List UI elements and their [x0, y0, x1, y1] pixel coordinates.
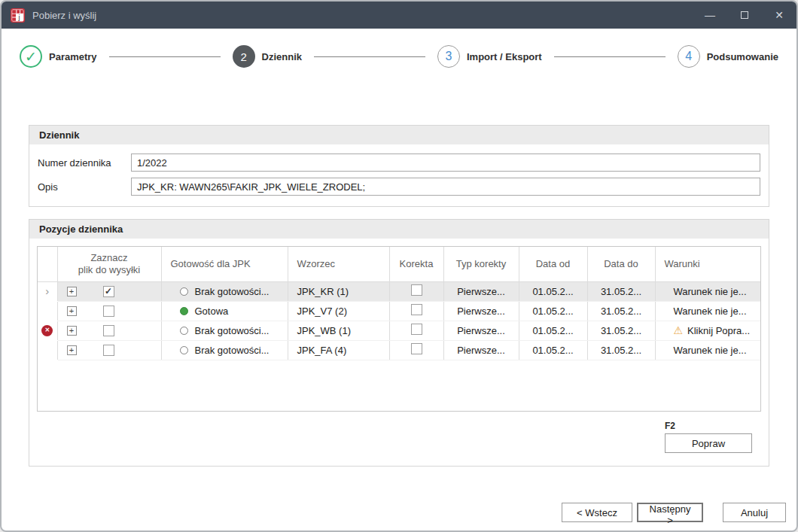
step-number: 4	[678, 45, 700, 68]
table-row[interactable]: › ✕ + ✓ Brak gotowości... JPK_FA (4) ✓ P…	[38, 340, 760, 360]
step-connector	[554, 56, 666, 57]
warunki-value: Warunek nie je...	[674, 345, 747, 356]
data-do-value: 31.05.2...	[601, 345, 641, 356]
window-title: Pobierz i wyślij	[32, 10, 693, 21]
error-icon: ✕	[41, 325, 53, 336]
data-od-value: 01.05.2...	[532, 325, 573, 336]
step-connector	[314, 56, 425, 57]
data-od-value: 01.05.2...	[532, 345, 573, 356]
numer-dziennika-input[interactable]	[131, 154, 760, 172]
typ-korekty-value: Pierwsze...	[457, 325, 505, 336]
status-label: Brak gotowości...	[195, 345, 270, 356]
col-data-od[interactable]: Data od	[519, 247, 587, 281]
col-wzorzec[interactable]: Wzorzec	[288, 247, 389, 281]
numer-dziennika-label: Numer dziennika	[38, 157, 131, 169]
table-row[interactable]: › ✕ + ✓ Brak gotowości... JPK_KR (1) ✓ P…	[38, 281, 760, 301]
step-label: Parametry	[49, 51, 97, 62]
minimize-button[interactable]: —	[693, 2, 727, 29]
maximize-button[interactable]	[727, 2, 762, 29]
wzorzec-value: JPK_WB (1)	[297, 325, 352, 336]
select-checkbox[interactable]: ✓	[103, 345, 114, 356]
warunki-value: Warunek nie je...	[674, 286, 747, 297]
select-checkbox[interactable]: ✓	[103, 325, 114, 336]
status-label: Brak gotowości...	[195, 325, 270, 336]
pozycje-group-title: Pozycje dziennika	[29, 220, 769, 239]
positions-grid: Zaznacz plik do wysyłki Gotowość dla JPK…	[37, 246, 761, 412]
col-gotowosc[interactable]: Gotowość dla JPK	[161, 247, 288, 281]
korekta-checkbox[interactable]: ✓	[411, 343, 422, 354]
select-checkbox[interactable]: ✓	[103, 286, 114, 297]
warning-icon: ⚠	[674, 325, 684, 336]
select-checkbox[interactable]: ✓	[103, 306, 114, 317]
status-label: Brak gotowości...	[195, 286, 270, 297]
f2-shortcut-label: F2	[665, 421, 752, 431]
wzorzec-value: JPK_V7 (2)	[297, 306, 347, 317]
step-connector	[109, 56, 221, 57]
typ-korekty-value: Pierwsze...	[457, 345, 505, 356]
step-number: 3	[437, 45, 460, 68]
col-korekta[interactable]: Korekta	[389, 247, 443, 281]
col-warunki[interactable]: Warunki	[655, 247, 760, 281]
current-row-icon: ›	[45, 284, 49, 297]
col-indicator	[38, 247, 57, 281]
step-number: 2	[233, 45, 255, 68]
expand-icon[interactable]: +	[67, 345, 77, 355]
step-label: Import / Eksport	[467, 51, 542, 62]
col-zaznacz[interactable]: Zaznacz plik do wysyłki	[57, 247, 161, 281]
step-label: Podsumowanie	[707, 51, 778, 62]
step-parametry[interactable]: ✓ Parametry	[20, 45, 97, 68]
dialog-pobierz-i-wyslij: j Pobierz i wyślij — ✕ ✓ Parametry 2 Dzi…	[0, 0, 798, 532]
data-do-value: 31.05.2...	[601, 306, 641, 317]
titlebar: j Pobierz i wyślij — ✕	[2, 2, 796, 29]
minimize-icon: —	[705, 9, 715, 21]
opis-input[interactable]	[131, 178, 760, 196]
step-label: Dziennik	[262, 51, 302, 62]
col-typ-korekty[interactable]: Typ korekty	[443, 247, 519, 281]
opis-label: Opis	[38, 181, 131, 193]
warunki-value: Warunek nie je...	[674, 306, 747, 317]
grid-header-row: Zaznacz plik do wysyłki Gotowość dla JPK…	[38, 247, 760, 281]
back-button[interactable]: < Wstecz	[562, 503, 632, 522]
svg-text:j: j	[18, 14, 20, 21]
table-row[interactable]: › ✕ + ✓ Gotowa JPK_V7 (2) ✓ Pierwsze... …	[38, 301, 760, 321]
maximize-icon	[741, 11, 748, 19]
pozycje-groupbox: Pozycje dziennika Zaznacz plik do wysyłk…	[29, 219, 769, 467]
typ-korekty-value: Pierwsze...	[457, 286, 505, 297]
expand-icon[interactable]: +	[67, 326, 77, 336]
warunki-value: Kliknij Popra...	[687, 325, 750, 336]
wizard-footer: < Wstecz Następny > Anuluj	[562, 503, 786, 522]
korekta-checkbox[interactable]: ✓	[411, 324, 422, 335]
data-do-value: 31.05.2...	[601, 325, 641, 336]
next-button[interactable]: Następny >	[637, 503, 703, 522]
wizard-stepper: ✓ Parametry 2 Dziennik 3 Import / Ekspor…	[20, 35, 778, 78]
status-dot	[180, 327, 188, 335]
close-icon: ✕	[775, 9, 784, 21]
table-row[interactable]: › ✕ + ✓ Brak gotowości... JPK_WB (1) ✓ P…	[38, 321, 760, 340]
wzorzec-value: JPK_KR (1)	[297, 286, 349, 297]
dziennik-groupbox: Dziennik Numer dziennika Opis	[29, 125, 769, 207]
status-label: Gotowa	[195, 306, 229, 317]
korekta-checkbox[interactable]: ✓	[411, 304, 422, 315]
step-import-eksport[interactable]: 3 Import / Eksport	[437, 45, 542, 68]
data-od-value: 01.05.2...	[532, 306, 573, 317]
popraw-button[interactable]: Popraw	[665, 433, 752, 453]
close-button[interactable]: ✕	[762, 2, 796, 29]
data-od-value: 01.05.2...	[532, 286, 573, 297]
expand-icon[interactable]: +	[67, 306, 77, 316]
step-podsumowanie[interactable]: 4 Podsumowanie	[678, 45, 778, 68]
step-dziennik[interactable]: 2 Dziennik	[233, 45, 302, 68]
korekta-checkbox[interactable]: ✓	[411, 284, 422, 296]
status-dot	[180, 346, 188, 354]
expand-icon[interactable]: +	[67, 287, 77, 296]
status-dot	[180, 307, 188, 315]
status-dot	[180, 287, 188, 296]
col-data-do[interactable]: Data do	[587, 247, 655, 281]
app-icon: j	[11, 8, 25, 23]
wzorzec-value: JPK_FA (4)	[297, 345, 347, 356]
step-done-check-icon: ✓	[20, 45, 42, 68]
data-do-value: 31.05.2...	[601, 286, 641, 297]
typ-korekty-value: Pierwsze...	[457, 306, 505, 317]
dziennik-group-title: Dziennik	[29, 126, 769, 144]
cancel-button[interactable]: Anuluj	[723, 503, 786, 522]
